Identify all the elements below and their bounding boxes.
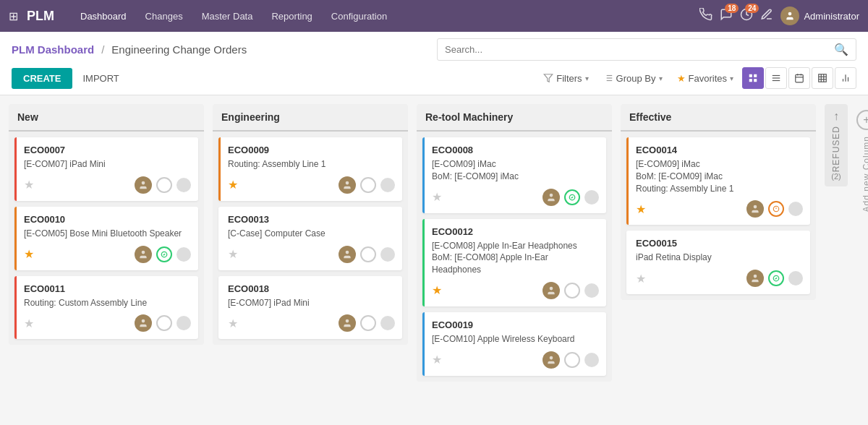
- status-dot[interactable]: [360, 246, 376, 262]
- status-dot[interactable]: [768, 201, 784, 217]
- svg-point-1: [788, 12, 792, 16]
- card-avatar: [542, 351, 560, 369]
- svg-point-37: [550, 287, 553, 291]
- nav-changes[interactable]: Changes: [137, 7, 192, 26]
- search-box[interactable]: 🔍: [437, 38, 856, 61]
- messages-icon[interactable]: 18: [720, 8, 733, 24]
- card-eco-number: ECO0010: [24, 214, 191, 225]
- status-dot[interactable]: [564, 189, 580, 205]
- card-footer: ★: [24, 246, 191, 263]
- status-dot[interactable]: [156, 246, 172, 262]
- star-button[interactable]: ★: [636, 202, 646, 216]
- secondary-dot[interactable]: [380, 178, 395, 192]
- card-footer: ★: [228, 246, 395, 263]
- star-button[interactable]: ★: [432, 283, 442, 297]
- status-dot[interactable]: [564, 283, 580, 299]
- add-column-button[interactable]: +: [856, 110, 868, 130]
- card-avatar: [135, 314, 152, 332]
- filters-button[interactable]: Filters ▾: [537, 69, 594, 88]
- secondary-dot[interactable]: [176, 316, 191, 330]
- kanban-card[interactable]: ECO0011Routing: Custom Assembly Line★: [14, 276, 198, 340]
- secondary-dot[interactable]: [584, 353, 599, 367]
- status-dot[interactable]: [156, 177, 172, 193]
- svg-point-39: [754, 205, 757, 209]
- star-button[interactable]: ★: [432, 353, 442, 366]
- secondary-dot[interactable]: [380, 247, 395, 262]
- username: Administrator: [804, 11, 859, 22]
- groupby-button[interactable]: Group By ▾: [597, 69, 668, 88]
- star-button[interactable]: ★: [24, 178, 34, 192]
- column-body-effective: ECO0014[E-COM09] iMac BoM: [E-COM09] iMa…: [621, 132, 816, 300]
- card-title: iPad Retina Display: [636, 252, 803, 264]
- nav-dashboard[interactable]: Dashboard: [72, 7, 135, 26]
- create-button[interactable]: CREATE: [12, 68, 72, 89]
- activity-icon[interactable]: 24: [740, 8, 753, 24]
- pivot-view-button[interactable]: [812, 67, 833, 89]
- search-icon[interactable]: 🔍: [834, 43, 848, 56]
- star-button[interactable]: ★: [228, 247, 238, 261]
- secondary-dot[interactable]: [788, 271, 803, 286]
- settings-icon[interactable]: [760, 8, 773, 24]
- status-dot[interactable]: [360, 315, 376, 331]
- star-button[interactable]: ★: [24, 247, 34, 261]
- kanban-card[interactable]: ECO0010[E-COM05] Bose Mini Bluetooth Spe…: [14, 207, 198, 270]
- list-view-button[interactable]: [765, 67, 787, 89]
- secondary-dot[interactable]: [788, 202, 803, 216]
- card-footer: ★: [228, 314, 395, 332]
- kanban-card[interactable]: ECO0015iPad Retina Display★: [626, 231, 810, 294]
- kanban-card[interactable]: ECO0018[E-COM07] iPad Mini★: [218, 276, 402, 340]
- secondary-dot[interactable]: [584, 283, 599, 298]
- kanban-view-button[interactable]: [742, 67, 764, 89]
- status-dot[interactable]: [768, 270, 784, 286]
- status-dot[interactable]: [360, 177, 376, 193]
- card-eco-number: ECO0019: [432, 319, 599, 330]
- star-button[interactable]: ★: [24, 317, 34, 330]
- column-body-engineering: ECO0009Routing: Assembly Line 1★ECO0013[…: [213, 132, 408, 345]
- column-header-effective: Effective: [621, 104, 816, 132]
- kanban-card[interactable]: ECO0013[C-Case] Computer Case★: [218, 207, 402, 270]
- card-title: Routing: Custom Assembly Line: [24, 297, 191, 309]
- star-button[interactable]: ★: [432, 190, 442, 204]
- card-avatar: [135, 176, 152, 194]
- groupby-chevron: ▾: [659, 74, 663, 82]
- star-button[interactable]: ★: [636, 272, 646, 286]
- kanban-column-effective: EffectiveECO0014[E-COM09] iMac BoM: [E-C…: [621, 104, 816, 300]
- column-body-new: ECO0007[E-COM07] iPad Mini★ECO0010[E-COM…: [9, 132, 204, 345]
- kanban-card[interactable]: ECO0012[E-COM08] Apple In-Ear Headphones…: [422, 219, 606, 306]
- search-input[interactable]: [445, 44, 834, 55]
- card-title: [E-COM09] iMac BoM: [E-COM09] iMac Routi…: [636, 158, 803, 194]
- svg-marker-2: [544, 74, 553, 82]
- phone-icon[interactable]: [699, 8, 712, 24]
- card-eco-number: ECO0011: [24, 283, 191, 294]
- calendar-view-button[interactable]: [788, 67, 810, 89]
- secondary-dot[interactable]: [176, 178, 191, 192]
- kanban-card[interactable]: ECO0009Routing: Assembly Line 1★: [218, 137, 402, 201]
- kanban-card[interactable]: ECO0007[E-COM07] iPad Mini★: [14, 137, 198, 201]
- brand-logo[interactable]: PLM: [27, 9, 54, 24]
- nav-configuration[interactable]: Configuration: [323, 7, 396, 26]
- breadcrumb-current: Engineering Change Orders: [111, 43, 247, 56]
- svg-point-28: [142, 181, 145, 185]
- secondary-dot[interactable]: [380, 316, 395, 330]
- refused-column[interactable]: ↑ REFUSED (2): [825, 104, 848, 186]
- nav-reporting[interactable]: Reporting: [263, 7, 320, 26]
- kanban-card[interactable]: ECO0014[E-COM09] iMac BoM: [E-COM09] iMa…: [626, 137, 810, 225]
- user-menu[interactable]: Administrator: [780, 7, 859, 25]
- import-button[interactable]: IMPORT: [77, 68, 124, 89]
- kanban-card[interactable]: ECO0019[E-COM10] Apple Wireless Keyboard…: [422, 312, 606, 376]
- breadcrumb-home[interactable]: PLM Dashboard: [12, 43, 94, 56]
- chart-view-button[interactable]: [835, 67, 856, 89]
- card-avatar: [542, 189, 560, 206]
- status-dot[interactable]: [564, 352, 580, 368]
- secondary-dot[interactable]: [584, 190, 599, 205]
- grid-icon[interactable]: ⊞: [9, 9, 18, 23]
- header-section: PLM Dashboard / Engineering Change Order…: [0, 32, 868, 95]
- kanban-card[interactable]: ECO0008[E-COM09] iMac BoM: [E-COM09] iMa…: [422, 137, 606, 213]
- star-button[interactable]: ★: [228, 178, 238, 192]
- favorites-button[interactable]: ★ Favorites ▾: [671, 69, 739, 88]
- status-dot[interactable]: [156, 315, 172, 331]
- secondary-dot[interactable]: [176, 247, 191, 262]
- nav-master-data[interactable]: Master Data: [193, 7, 262, 26]
- kanban-board: NewECO0007[E-COM07] iPad Mini★ECO0010[E-…: [0, 95, 868, 412]
- star-button[interactable]: ★: [228, 317, 238, 330]
